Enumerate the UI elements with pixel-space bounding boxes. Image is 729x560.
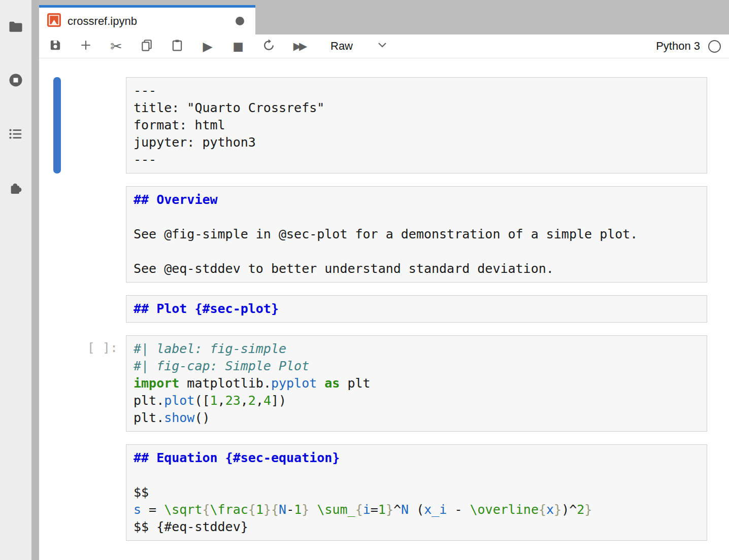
code-line: ## Equation {#sec-equation} <box>134 449 707 467</box>
cell-type-value: Raw <box>330 40 353 53</box>
code-line: plt.show() <box>134 409 707 427</box>
code-line: import matplotlib.pyplot as plt <box>134 375 707 392</box>
code-line: title: "Quarto Crossrefs" <box>134 99 707 117</box>
cell-plot-heading-markdown[interactable]: ## Plot {#sec-plot} <box>126 295 707 323</box>
insert-cell-button[interactable] <box>80 39 92 53</box>
code-line: s = \sqrt{\frac{1}{N-1} \sum_{i=1}^N (x_… <box>134 501 707 518</box>
plus-icon <box>79 39 92 54</box>
code-line: --- <box>134 151 707 168</box>
tab-title: crossref.ipynb <box>68 15 236 28</box>
save-button[interactable] <box>49 39 61 53</box>
run-icon: ▶ <box>203 39 212 54</box>
tab-bar: crossref.ipynb <box>39 0 729 34</box>
code-line: $$ <box>134 484 707 501</box>
code-line: ## Plot {#sec-plot} <box>134 300 707 318</box>
code-line <box>134 208 707 226</box>
kernel-status-indicator <box>708 40 721 53</box>
cell-editor[interactable]: ---title: "Quarto Crossrefs"format: html… <box>126 77 707 173</box>
restart-run-all-button[interactable]: ▶▶ <box>293 39 305 53</box>
code-line: See @fig-simple in @sec-plot for a demon… <box>134 226 707 243</box>
sidebar-item-extensions[interactable] <box>0 171 31 204</box>
kernel-name-button[interactable]: Python 3 <box>656 40 700 53</box>
restart-icon <box>262 39 276 54</box>
cell-editor[interactable]: #| label: fig-simple#| fig-cap: Simple P… <box>126 335 707 432</box>
code-line: plt.plot([1,23,2,4]) <box>134 392 707 409</box>
run-cell-button[interactable]: ▶ <box>202 39 214 53</box>
paste-icon <box>171 39 184 54</box>
code-line: #| label: fig-simple <box>134 340 707 358</box>
code-line <box>134 467 707 484</box>
extensions-icon <box>8 180 23 195</box>
code-line: --- <box>134 82 707 99</box>
code-line: See @eq-stddev to better understand stan… <box>134 260 707 277</box>
running-icon <box>8 73 23 88</box>
code-line: #| fig-cap: Simple Plot <box>134 358 707 375</box>
execution-prompt: [ ]: <box>42 340 118 355</box>
copy-cells-button[interactable] <box>141 39 153 53</box>
scissors-icon: ✂ <box>110 38 122 55</box>
code-line: ## Overview <box>134 191 707 208</box>
chevron-down-icon <box>377 42 387 51</box>
sidebar-item-running-kernels[interactable] <box>0 64 31 96</box>
notebook-panel: crossref.ipynb ✂ ▶ <box>39 0 729 560</box>
activity-sidebar <box>0 0 31 560</box>
cell-editor[interactable]: ## Overview See @fig-simple in @sec-plot… <box>126 186 707 283</box>
code-line: jupyter: python3 <box>134 134 707 151</box>
fast-forward-icon: ▶▶ <box>293 40 305 52</box>
cell-list: ---title: "Quarto Crossrefs"format: html… <box>126 77 707 541</box>
folder-icon <box>8 19 23 34</box>
save-icon <box>49 39 62 54</box>
cell-plot-code[interactable]: [ ]:#| label: fig-simple#| fig-cap: Simp… <box>126 335 707 432</box>
stop-icon: ■ <box>233 40 244 53</box>
code-line: format: html <box>134 117 707 134</box>
sidebar-splitter[interactable] <box>31 0 39 560</box>
notebook-file-icon <box>47 13 61 29</box>
table-of-contents-icon <box>8 126 23 142</box>
cell-editor[interactable]: ## Plot {#sec-plot} <box>126 295 707 323</box>
active-cell-indicator[interactable] <box>53 77 61 173</box>
paste-cells-button[interactable] <box>171 39 183 53</box>
notebook-toolbar: ✂ ▶ ■ ▶▶ Raw <box>39 34 729 58</box>
interrupt-kernel-button[interactable]: ■ <box>232 39 244 53</box>
cell-overview-markdown[interactable]: ## Overview See @fig-simple in @sec-plot… <box>126 186 707 283</box>
notebook-content: ---title: "Quarto Crossrefs"format: html… <box>39 58 729 560</box>
code-line <box>134 243 707 260</box>
restart-kernel-button[interactable] <box>262 39 275 53</box>
cell-editor[interactable]: ## Equation {#sec-equation} $$s = \sqrt{… <box>126 444 707 541</box>
code-line: $$ {#eq-stddev} <box>134 518 707 536</box>
cut-cells-button[interactable]: ✂ <box>110 39 122 53</box>
sidebar-item-file-browser[interactable] <box>0 10 31 43</box>
copy-icon <box>140 39 153 54</box>
cell-type-dropdown[interactable]: Raw <box>330 40 387 53</box>
sidebar-item-table-of-contents[interactable] <box>0 118 31 150</box>
tab-crossref-notebook[interactable]: crossref.ipynb <box>39 5 255 34</box>
unsaved-changes-indicator[interactable] <box>236 17 244 25</box>
cell-frontmatter-raw[interactable]: ---title: "Quarto Crossrefs"format: html… <box>126 77 707 173</box>
cell-equation-markdown[interactable]: ## Equation {#sec-equation} $$s = \sqrt{… <box>126 444 707 541</box>
